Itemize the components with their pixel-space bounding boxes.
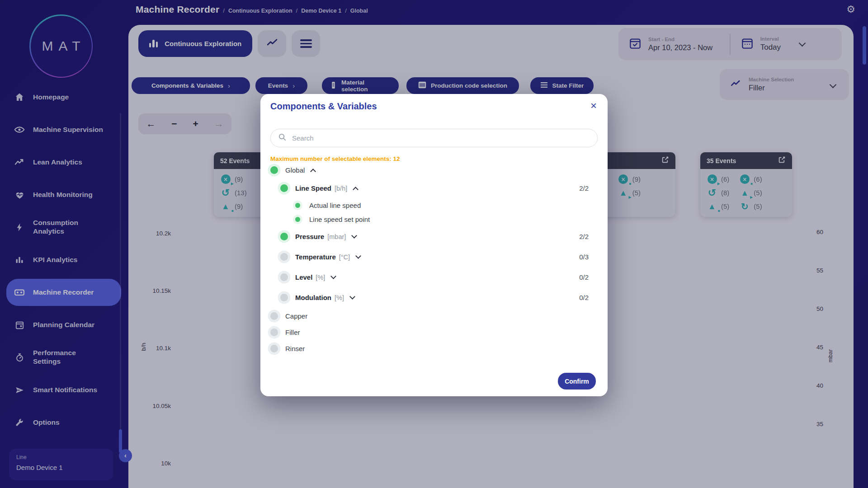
chevron-up-icon[interactable] [353, 187, 359, 192]
chevron-up-icon[interactable] [310, 169, 316, 174]
selected-dot[interactable] [280, 184, 288, 192]
tree-item-pressure[interactable]: Pressure[mbar]2/2 [270, 226, 598, 247]
selected-dot[interactable] [280, 233, 288, 240]
search-icon [278, 133, 287, 143]
tree-item-label: Capper [285, 312, 307, 320]
selected-dot[interactable] [295, 203, 300, 208]
unselected-dot[interactable] [280, 294, 288, 301]
tree-item-global[interactable]: Global [270, 162, 598, 178]
selected-dot[interactable] [270, 166, 278, 174]
unit-label: [°C] [339, 253, 350, 261]
variable-tree: GlobalLine Speed[b/h]2/2Actual line spee… [260, 162, 608, 357]
tree-item-modulation[interactable]: Modulation[%]0/2 [270, 287, 598, 308]
tree-item-temperature[interactable]: Temperature[°C]0/3 [270, 247, 598, 267]
close-icon[interactable]: × [590, 99, 597, 112]
tree-item-label: Line speed set point [309, 216, 370, 223]
selected-dot[interactable] [295, 217, 300, 222]
selection-count: 2/2 [579, 233, 598, 240]
tree-item-label: Actual line speed [309, 202, 361, 209]
tree-item-label: Temperature [295, 253, 336, 261]
unit-label: [%] [316, 274, 325, 281]
selection-count: 0/2 [579, 273, 598, 281]
tree-item-capper[interactable]: Capper [270, 308, 598, 324]
app-root: MAT Homepage Machine Supervision Lean An… [0, 0, 868, 488]
tree-item-label: Filler [285, 328, 300, 336]
tree-item-label: Global [285, 166, 305, 174]
confirm-button[interactable]: Confirm [558, 373, 596, 389]
search-input[interactable] [292, 134, 590, 142]
modal-title: Components & Variables [270, 101, 377, 112]
selection-count: 0/3 [579, 253, 598, 261]
tree-item-label: Pressure [295, 233, 324, 240]
tree-item-line-speed-set-point[interactable]: Line speed set point [270, 212, 598, 226]
unit-label: [mbar] [327, 233, 346, 240]
chevron-down-icon[interactable] [351, 233, 357, 239]
unselected-dot[interactable] [280, 253, 288, 261]
tree-item-rinser[interactable]: Rinser [270, 340, 598, 357]
tree-item-label: Level [295, 273, 312, 281]
unselected-dot[interactable] [270, 328, 278, 336]
max-elements-note: Maximum number of selectable elements: 1… [270, 155, 400, 162]
tree-item-level[interactable]: Level[%]0/2 [270, 267, 598, 287]
selection-count: 0/2 [579, 294, 598, 301]
tree-item-actual-line-speed[interactable]: Actual line speed [270, 198, 598, 212]
tree-item-label: Line Speed [295, 184, 331, 192]
selection-count: 2/2 [579, 184, 598, 192]
search-box[interactable] [270, 129, 598, 147]
unselected-dot[interactable] [280, 273, 288, 281]
tree-item-line-speed[interactable]: Line Speed[b/h]2/2 [270, 178, 598, 198]
chevron-down-icon[interactable] [355, 253, 361, 259]
unit-label: [%] [335, 294, 344, 301]
tree-item-label: Rinser [285, 345, 305, 352]
tree-item-label: Modulation [295, 294, 331, 301]
unit-label: [b/h] [335, 185, 347, 192]
chevron-down-icon[interactable] [330, 273, 336, 279]
unselected-dot[interactable] [270, 345, 278, 352]
tree-item-filler[interactable]: Filler [270, 324, 598, 340]
chevron-down-icon[interactable] [349, 294, 355, 300]
unselected-dot[interactable] [270, 312, 278, 320]
components-variables-modal: Components & Variables × Maximum number … [260, 94, 608, 396]
